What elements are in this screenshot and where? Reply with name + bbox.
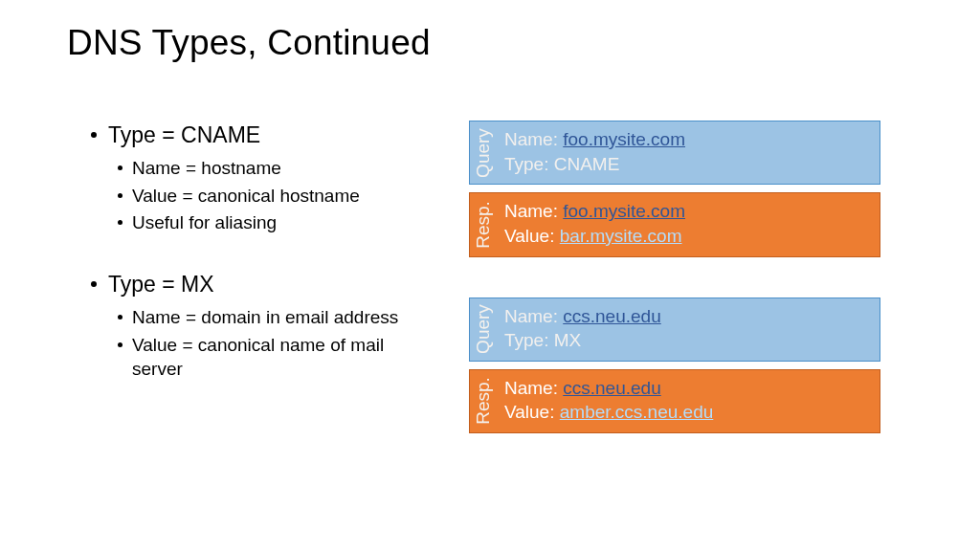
sub-bullet-text: Value = canonical hostname: [132, 184, 360, 209]
name-label: Name:: [504, 201, 563, 221]
value-link[interactable]: amber.ccs.neu.edu: [560, 402, 714, 422]
box-body: Name: foo.mysite.com Value: bar.mysite.c…: [497, 193, 880, 255]
box-tab: Query: [470, 298, 497, 361]
query-name-row: Name: ccs.neu.edu: [504, 304, 872, 329]
box-tab-label: Query: [473, 128, 494, 178]
resp-value-row: Value: amber.ccs.neu.edu: [504, 400, 872, 425]
box-tab: Query: [470, 121, 497, 184]
bullet-icon: [91, 281, 97, 287]
bullet-label: Type = MX: [108, 270, 214, 299]
resp-name-row: Name: foo.mysite.com: [504, 199, 872, 224]
bullet-icon: [118, 193, 122, 198]
left-column: Type = CNAME Name = hostname Value = can…: [67, 121, 459, 441]
name-link[interactable]: ccs.neu.edu: [563, 306, 660, 326]
slide-title: DNS Types, Continued: [67, 23, 913, 63]
value-label: Value:: [504, 226, 560, 246]
content-columns: Type = CNAME Name = hostname Value = can…: [67, 121, 913, 441]
sub-bullet: Useful for aliasing: [118, 210, 459, 235]
box-body: Name: foo.mysite.com Type: CNAME: [497, 121, 880, 184]
box-tab-label: Query: [473, 304, 494, 354]
sub-bullet: Value = canonical name of mail server: [118, 333, 459, 382]
name-link[interactable]: foo.mysite.com: [563, 129, 685, 149]
resp-value-row: Value: bar.mysite.com: [504, 224, 872, 249]
bullet-icon: [118, 165, 122, 170]
resp-box-cname: Resp. Name: foo.mysite.com Value: bar.my…: [469, 192, 880, 256]
sub-bullet-text: Value = canonical name of mail server: [132, 333, 419, 382]
right-column: Query Name: foo.mysite.com Type: CNAME R…: [469, 121, 880, 441]
name-label: Name:: [504, 378, 563, 398]
sub-bullet-text: Name = hostname: [132, 156, 281, 181]
sub-bullet: Name = hostname: [118, 156, 459, 181]
bullet-cname: Type = CNAME Name = hostname Value = can…: [91, 121, 459, 235]
bullet-label: Type = CNAME: [108, 121, 260, 150]
box-tab-label: Resp.: [473, 201, 494, 249]
resp-box-mx: Resp. Name: ccs.neu.edu Value: amber.ccs…: [469, 369, 880, 433]
sub-bullet: Value = canonical hostname: [118, 184, 459, 209]
box-tab: Resp.: [470, 370, 497, 432]
sub-bullet-text: Useful for aliasing: [132, 210, 277, 235]
name-link[interactable]: ccs.neu.edu: [563, 378, 660, 398]
bullet-icon: [118, 220, 122, 225]
value-label: Value:: [504, 402, 560, 422]
box-body: Name: ccs.neu.edu Value: amber.ccs.neu.e…: [497, 370, 880, 432]
query-type-row: Type: CNAME: [504, 152, 872, 177]
name-label: Name:: [504, 306, 563, 326]
resp-name-row: Name: ccs.neu.edu: [504, 376, 872, 401]
query-box-mx: Query Name: ccs.neu.edu Type: MX: [469, 298, 880, 362]
bullet-icon: [91, 132, 97, 138]
name-label: Name:: [504, 129, 563, 149]
sub-bullet-text: Name = domain in email address: [132, 305, 398, 330]
query-type-row: Type: MX: [504, 328, 872, 353]
box-body: Name: ccs.neu.edu Type: MX: [497, 298, 880, 361]
bullet-mx: Type = MX Name = domain in email address…: [91, 270, 459, 382]
slide: DNS Types, Continued Type = CNAME Name =…: [0, 0, 980, 551]
box-tab: Resp.: [470, 193, 497, 255]
bullet-icon: [118, 315, 122, 320]
query-box-cname: Query Name: foo.mysite.com Type: CNAME: [469, 121, 880, 185]
bullet-icon: [118, 342, 122, 347]
value-link[interactable]: bar.mysite.com: [560, 226, 682, 246]
sub-bullet: Name = domain in email address: [118, 305, 459, 330]
query-name-row: Name: foo.mysite.com: [504, 127, 872, 152]
name-link[interactable]: foo.mysite.com: [563, 201, 685, 221]
box-tab-label: Resp.: [473, 378, 494, 426]
